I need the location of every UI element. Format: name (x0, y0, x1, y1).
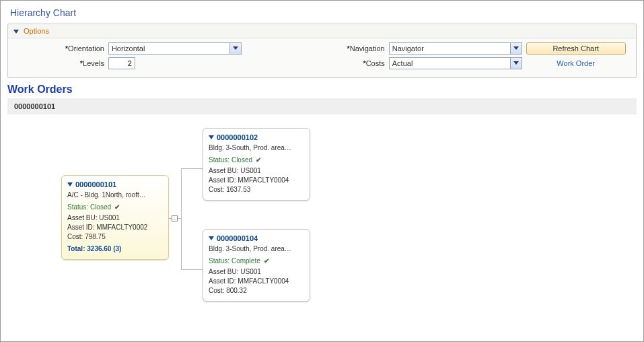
chevron-down-icon (513, 61, 519, 65)
refresh-chart-button[interactable]: Refresh Chart (526, 42, 626, 55)
node-root: 0000000101 A/C - Bldg. 1North, rooft… St… (61, 175, 169, 260)
node-id-link[interactable]: 0000000101 (75, 180, 116, 189)
options-header[interactable]: Options (8, 24, 636, 38)
node-asset-bu: Asset BU: US001 (209, 166, 304, 176)
levels-label: *Levels (15, 59, 108, 67)
checkmark-icon: ✔ (114, 203, 120, 211)
collapse-toggle[interactable]: - (172, 215, 178, 221)
node-child: 0000000102 Bldg. 3-South, Prod. area… St… (203, 128, 310, 201)
node-cost: Cost: 798.75 (67, 232, 163, 242)
costs-label: *Costs (135, 59, 389, 67)
expand-icon[interactable] (67, 182, 73, 186)
hierarchy-chart: - 0000000101 A/C - Bldg. 1North, rooft… … (7, 121, 637, 323)
node-status: Status: Closed ✔ (209, 156, 304, 165)
page-title: Hierarchy Chart (10, 7, 637, 18)
root-id-bar: 0000000101 (7, 98, 637, 114)
node-total: Total: 3236.60 (3) (67, 244, 163, 254)
options-header-label: Options (24, 27, 49, 35)
costs-select[interactable]: Actual (389, 57, 523, 69)
node-cost: Cost: 800.32 (209, 286, 304, 296)
navigation-select[interactable]: Navigator (389, 42, 523, 55)
node-asset-bu: Asset BU: US001 (67, 213, 163, 223)
options-panel: Options *Orientation Horizontal *Navigat… (7, 24, 637, 78)
expand-icon[interactable] (209, 135, 214, 139)
node-status: Status: Closed ✔ (67, 203, 163, 212)
work-order-link[interactable]: Work Order (557, 59, 595, 67)
node-cost: Cost: 1637.53 (209, 185, 304, 195)
node-asset-id: Asset ID: MMFACLTY0002 (67, 223, 163, 232)
node-desc: Bldg. 3-South, Prod. area… (209, 143, 304, 153)
connector (181, 168, 203, 169)
node-child: 0000000104 Bldg. 3-South, Prod. area… St… (203, 229, 310, 302)
chevron-down-icon (513, 46, 519, 50)
node-id-link[interactable]: 0000000104 (217, 234, 258, 243)
navigation-label: *Navigation (242, 44, 388, 53)
expand-icon[interactable] (209, 236, 214, 240)
connector (181, 168, 182, 269)
checkmark-icon: ✔ (264, 257, 269, 265)
collapse-icon[interactable] (13, 30, 19, 34)
node-desc: Bldg. 3-South, Prod. area… (209, 244, 304, 254)
node-desc: A/C - Bldg. 1North, rooft… (67, 191, 163, 200)
node-asset-id: Asset ID: MMFACLTY0004 (209, 176, 304, 185)
chevron-down-icon (233, 46, 238, 50)
section-title: Work Orders (7, 83, 637, 96)
connector (181, 269, 203, 270)
node-id-link[interactable]: 0000000102 (217, 133, 258, 142)
levels-input[interactable] (108, 57, 135, 69)
node-asset-bu: Asset BU: US001 (209, 267, 304, 277)
checkmark-icon: ✔ (256, 156, 261, 164)
node-asset-id: Asset ID: MMFACLTY0004 (209, 277, 304, 286)
node-status: Status: Complete ✔ (209, 256, 304, 266)
orientation-select[interactable]: Horizontal (108, 42, 242, 55)
orientation-label: *Orientation (15, 44, 108, 53)
